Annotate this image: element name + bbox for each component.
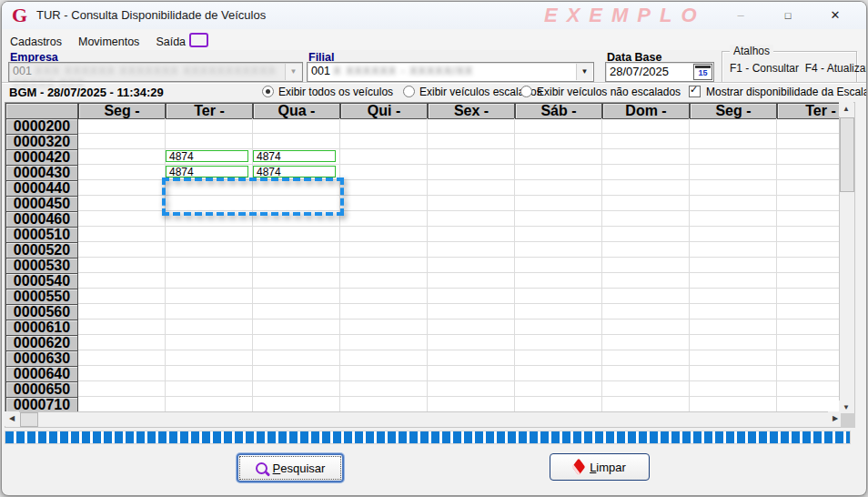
scroll-up-icon[interactable]: ▲	[839, 102, 853, 117]
menu-item-cadastros[interactable]: Cadastros	[2, 32, 70, 48]
grid-cell[interactable]	[78, 227, 166, 242]
selection-rectangle[interactable]	[162, 178, 344, 216]
grid-cell[interactable]	[428, 366, 515, 381]
grid-cell[interactable]	[340, 304, 428, 320]
grid-cell[interactable]	[690, 165, 777, 180]
column-header[interactable]: Ter - 05/08/25	[777, 103, 843, 119]
row-header[interactable]: 0000460	[5, 211, 78, 228]
show-escala-checkbox[interactable]: Mostrar disponibilidade da Escala	[689, 86, 867, 98]
row-header[interactable]: 0000620	[5, 335, 78, 351]
grid-cell[interactable]	[690, 258, 777, 273]
grid-cell[interactable]	[777, 165, 843, 180]
maximize-icon[interactable]: □	[768, 2, 808, 29]
grid-cell[interactable]	[602, 196, 690, 211]
grid-cell[interactable]	[78, 289, 166, 304]
menu-item-saida[interactable]: Saída	[147, 29, 217, 48]
column-header[interactable]: Dom - 03/08/25	[602, 103, 690, 119]
grid-cell[interactable]	[166, 242, 253, 258]
grid-cell[interactable]	[166, 273, 253, 289]
grid-cell[interactable]	[602, 134, 690, 149]
grid-cell[interactable]	[340, 381, 428, 397]
row-header[interactable]: 0000610	[5, 320, 78, 336]
grid-cell[interactable]	[777, 134, 843, 149]
grid-cell[interactable]	[777, 149, 843, 165]
grid-cell[interactable]	[428, 118, 515, 134]
limpar-button[interactable]: Limpar	[550, 453, 650, 481]
grid-cell[interactable]	[253, 118, 340, 134]
grid-cell[interactable]	[602, 366, 690, 381]
row-header[interactable]: 0000440	[5, 180, 78, 197]
grid-cell[interactable]	[602, 227, 690, 242]
grid-cell[interactable]	[777, 196, 843, 211]
grid-cell[interactable]	[340, 335, 428, 350]
grid-cell[interactable]	[166, 381, 253, 397]
grid-cell[interactable]	[166, 258, 253, 273]
grid-cell[interactable]	[428, 304, 515, 320]
filial-combobox[interactable]: 001 X XXXXXX - XXXXX/XX ▼	[307, 62, 594, 82]
grid-cell[interactable]	[166, 134, 253, 149]
grid-cell[interactable]	[340, 134, 428, 149]
grid-cell[interactable]	[428, 335, 515, 350]
grid-cell[interactable]	[515, 118, 602, 134]
grid-cell[interactable]	[78, 320, 166, 335]
grid-cell[interactable]	[166, 397, 253, 412]
grid-cell[interactable]	[428, 273, 515, 289]
grid-cell[interactable]	[602, 335, 690, 350]
grid-cell[interactable]	[253, 134, 340, 149]
grid-cell[interactable]	[515, 335, 602, 350]
grid-cell[interactable]	[78, 196, 166, 211]
grid-cell[interactable]	[515, 242, 602, 258]
calendar-icon[interactable]: 15	[693, 64, 712, 80]
grid-cell[interactable]	[602, 304, 690, 320]
menu-item-movimentos[interactable]: Movimentos	[70, 32, 147, 48]
grid-cell[interactable]	[340, 273, 428, 289]
grid-cell[interactable]	[253, 242, 340, 258]
database-input[interactable]: 28/07/2025 15	[605, 62, 714, 82]
minimize-icon[interactable]: –	[721, 2, 761, 29]
grid-cell[interactable]	[340, 258, 428, 273]
grid-cell[interactable]	[602, 149, 690, 165]
grid-cell[interactable]	[253, 273, 340, 289]
horizontal-scrollbar[interactable]: ◀ ▶	[5, 411, 843, 428]
grid-cell[interactable]	[166, 304, 253, 320]
grid-cell[interactable]	[690, 180, 777, 196]
grid-cell[interactable]	[515, 273, 602, 289]
grid-cell[interactable]	[253, 350, 340, 366]
grid-cell[interactable]	[690, 196, 777, 211]
grid-cell[interactable]	[166, 320, 253, 335]
row-header[interactable]: 0000540	[5, 273, 78, 289]
grid-cell[interactable]	[515, 289, 602, 304]
scroll-left-icon[interactable]: ◀	[5, 411, 19, 426]
grid-cell[interactable]	[602, 289, 690, 304]
grid-cell[interactable]	[515, 350, 602, 366]
grid-cell[interactable]	[690, 227, 777, 242]
grid-cell[interactable]	[515, 134, 602, 149]
grid-cell[interactable]	[428, 397, 515, 412]
grid-cell[interactable]	[777, 320, 843, 335]
grid-cell[interactable]	[602, 165, 690, 180]
column-header[interactable]: Seg - 28/07/25	[78, 103, 166, 119]
grid-cell[interactable]	[253, 289, 340, 304]
vscroll-thumb[interactable]	[840, 117, 854, 192]
radio-option-2[interactable]: Exibir veículos não escalados	[520, 86, 681, 98]
row-header[interactable]: 0000560	[5, 304, 78, 320]
grid-cell[interactable]	[690, 289, 777, 304]
grid-cell[interactable]	[777, 242, 843, 258]
grid-cell[interactable]	[78, 397, 166, 412]
grid-cell[interactable]	[340, 289, 428, 304]
column-header[interactable]: Sex - 01/08/25	[428, 103, 515, 119]
grid-cell[interactable]	[515, 258, 602, 273]
row-header[interactable]: 0000200	[5, 118, 78, 135]
grid-cell[interactable]	[777, 118, 843, 134]
grid-cell[interactable]	[777, 211, 843, 227]
grid-cell[interactable]	[428, 227, 515, 242]
row-header[interactable]: 0000640	[5, 366, 78, 382]
availability-cell[interactable]: 4874	[253, 166, 336, 178]
grid-cell[interactable]	[515, 304, 602, 320]
grid-cell[interactable]	[602, 397, 690, 412]
grid-cell[interactable]	[602, 180, 690, 196]
grid-cell[interactable]	[515, 320, 602, 335]
grid-cell[interactable]	[78, 350, 166, 366]
column-header[interactable]: Seg - 04/08/25	[690, 103, 777, 119]
grid-cell[interactable]	[777, 273, 843, 289]
